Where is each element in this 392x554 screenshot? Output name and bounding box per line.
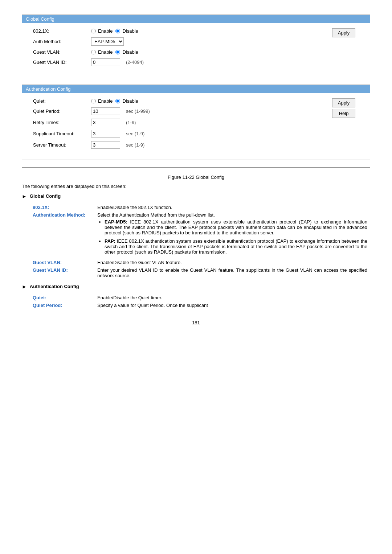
global-config-box: Global Config 802.1X: Enable Disable [22,15,370,77]
global-config-fields: 802.1X: Enable Disable Auth Method: [33,28,332,70]
pap-bold: PAP: [105,238,115,244]
quiet-period-row: Quiet Period: sec (1-999) [33,107,332,115]
8021x-disable-radio[interactable] [115,29,120,33]
auth-method-label: Auth Method: [33,39,91,44]
supplicant-timeout-control: sec (1-9) [91,130,144,138]
guest-vlan-id-control: (2-4094) [91,58,144,66]
auth-config-header: Authentication Config [22,85,370,93]
retry-times-hint: (1-9) [126,120,136,125]
guest-vlan-disable-label: Disable [122,49,138,55]
auth-method-select[interactable]: EAP-MD5 PAP [91,37,124,46]
auth-method-bullet-list: EAP-MD5: IEEE 802.1X authentication syst… [97,219,367,255]
quiet-period-label: Quiet Period: [33,108,91,114]
auth-config-apply-button[interactable]: Apply [332,98,355,107]
supplicant-timeout-hint: sec (1-9) [126,131,144,136]
server-timeout-hint: sec (1-9) [126,142,144,148]
arrow-marker-global: ► [22,193,27,199]
quiet-period-input[interactable] [91,107,120,115]
retry-times-label: Retry Times: [33,120,91,125]
global-config-btn-col: Apply [332,28,363,39]
quiet-disable-radio[interactable] [115,99,120,103]
auth-config-body: Quiet: Enable Disable Quiet Period: [22,93,370,160]
global-config-apply-button[interactable]: Apply [332,28,355,37]
intro-text: The following entries are displayed on t… [22,184,370,189]
8021x-disable-label: Disable [122,28,138,34]
arrow-marker-auth: ► [22,284,27,290]
bullet-eapmd5: EAP-MD5: IEEE 802.1X authentication syst… [105,219,367,235]
desc-text-guest-vlan: Enable/Disable the Guest VLAN feature. [94,259,370,266]
retry-times-control: (1-9) [91,119,136,126]
guest-vlan-id-hint: (2-4094) [126,59,144,65]
server-timeout-label: Server Timeout: [33,142,91,148]
global-config-section-title: Global Config [30,193,61,199]
desc-term-auth-method: Authentication Method: [22,211,94,259]
auth-method-row: Auth Method: EAP-MD5 PAP [33,37,332,46]
retry-times-row: Retry Times: (1-9) [33,119,332,126]
guest-vlan-enable-label: Enable [98,49,113,55]
auth-config-section-heading: ► Authentication Config [22,284,370,290]
guest-vlan-row: Guest VLAN: Enable Disable [33,49,332,55]
guest-vlan-label: Guest VLAN: [33,49,91,55]
quiet-control: Enable Disable [91,98,138,104]
server-timeout-control: sec (1-9) [91,141,144,149]
desc-row-guest-vlan: Guest VLAN: Enable/Disable the Guest VLA… [22,259,370,266]
guest-vlan-id-input[interactable] [91,58,120,66]
bullet-pap: PAP: IEEE 802.1X authentication system u… [105,238,367,255]
8021x-row: 802.1X: Enable Disable [33,28,332,34]
desc-term-8021x: 802.1X: [22,204,94,211]
guest-vlan-disable-radio[interactable] [115,50,120,54]
auth-method-control: EAP-MD5 PAP [91,37,124,46]
retry-times-input[interactable] [91,119,120,126]
desc-term-quiet: Quiet: [22,294,94,301]
desc-text-8021x: Enable/Disable the 802.1X function. [94,204,370,211]
desc-row-8021x: 802.1X: Enable/Disable the 802.1X functi… [22,204,370,211]
auth-config-help-button[interactable]: Help [332,109,355,118]
quiet-enable-radio[interactable] [91,99,96,103]
global-config-header: Global Config [22,15,370,23]
quiet-enable-group[interactable]: Enable [91,98,113,104]
supplicant-timeout-input[interactable] [91,130,120,138]
figure-caption: Figure 11-22 Global Config [22,175,370,180]
desc-text-auth-method: Select the Authentication Method from th… [94,211,370,259]
auth-config-box: Authentication Config Quiet: Enable Disa… [22,85,370,160]
guest-vlan-enable-group[interactable]: Enable [91,49,113,55]
section-divider [22,167,370,168]
desc-row-quiet: Quiet: Enable/Disable the Quiet timer. [22,294,370,301]
8021x-enable-group[interactable]: Enable [91,28,113,34]
guest-vlan-disable-group[interactable]: Disable [115,49,138,55]
guest-vlan-id-label: Guest VLAN ID: [33,59,91,65]
guest-vlan-id-row: Guest VLAN ID: (2-4094) [33,58,332,66]
desc-term-guest-vlan: Guest VLAN: [22,259,94,266]
global-config-body: 802.1X: Enable Disable Auth Method: [22,23,370,77]
auth-config-btn-col: Apply Help [332,98,363,119]
quiet-enable-label: Enable [98,98,113,104]
quiet-disable-group[interactable]: Disable [115,98,138,104]
8021x-disable-group[interactable]: Disable [115,28,138,34]
page-number: 181 [22,320,370,325]
guest-vlan-enable-radio[interactable] [91,50,96,54]
auth-config-fields: Quiet: Enable Disable Quiet Period: [33,98,332,152]
server-timeout-row: Server Timeout: sec (1-9) [33,141,332,149]
desc-row-quiet-period: Quiet Period: Specify a value for Quiet … [22,301,370,309]
global-config-desc-table: 802.1X: Enable/Disable the 802.1X functi… [22,204,370,279]
desc-row-guest-vlan-id: Guest VLAN ID: Enter your desired VLAN I… [22,266,370,279]
desc-term-guest-vlan-id: Guest VLAN ID: [22,266,94,279]
desc-text-quiet-period: Specify a value for Quiet Period. Once t… [94,301,370,309]
8021x-enable-radio[interactable] [91,29,96,33]
desc-text-guest-vlan-id: Enter your desired VLAN ID to enable the… [94,266,370,279]
server-timeout-input[interactable] [91,141,120,149]
quiet-row: Quiet: Enable Disable [33,98,332,104]
eapmd5-bold: EAP-MD5: [105,219,127,225]
eapmd5-text: IEEE 802.1X authentication system uses e… [105,219,367,235]
auth-config-desc-table: Quiet: Enable/Disable the Quiet timer. Q… [22,294,370,309]
8021x-enable-label: Enable [98,28,113,34]
pap-text: IEEE 802.1X authentication system uses e… [105,238,367,255]
quiet-label: Quiet: [33,98,91,104]
quiet-period-control: sec (1-999) [91,107,150,115]
guest-vlan-control: Enable Disable [91,49,138,55]
auth-config-section-title: Authentication Config [30,284,79,289]
quiet-period-hint: sec (1-999) [126,108,150,114]
desc-row-auth-method: Authentication Method: Select the Authen… [22,211,370,259]
quiet-disable-label: Disable [122,98,138,104]
8021x-label: 802.1X: [33,28,91,34]
